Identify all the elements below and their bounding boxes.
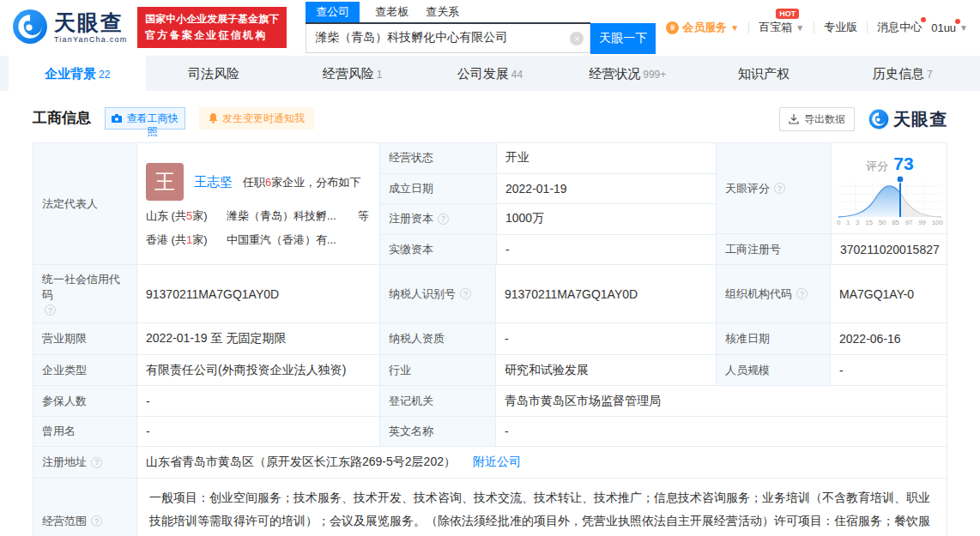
insured-count-label: 参保人数 [33,386,136,416]
distribution-row: 山东 (共5家) 潍柴（青岛）科技孵... 等 [146,208,371,224]
business-info-table: 法定代表人 王 王志坚 任职6家企业，分布如下 山东 (共5家) 潍柴（青岛）科… [33,142,947,536]
business-scope-label: 经营范围? [33,479,136,536]
paid-in-capital-label: 实缴资本 [380,235,496,265]
tab-count: 999+ [643,69,666,81]
table-row: 曾用名 - 英文名称 - [33,417,947,447]
distribution-row: 香港 (共1家) 中国重汽（香港）有... [146,232,371,248]
help-icon[interactable]: ? [460,288,471,299]
help-icon[interactable]: ? [774,183,785,194]
bell-icon [209,113,218,123]
tab-operating-status[interactable]: 经营状况999+ [559,56,696,91]
help-icon[interactable]: ? [91,515,102,527]
search-area: 查公司 查老板 查关系 × 天眼一下 [305,2,656,54]
search-button[interactable]: 天眼一下 [590,23,656,54]
help-icon[interactable]: ? [91,457,102,468]
status-label: 经营状态 [380,143,496,173]
clear-search-icon[interactable]: × [570,32,584,45]
tab-business-background[interactable]: 企业背景22 [9,56,146,91]
snapshot-button-label: 查看工商快照 [126,112,178,138]
message-center-menu[interactable]: 消息中心 [877,20,922,35]
tab-judicial-risk[interactable]: 司法风险 [146,56,283,91]
username-label: 01uu [931,21,956,34]
chevron-down-icon: ▼ [959,23,968,33]
nearby-companies-link[interactable]: 附近公司 [473,455,521,470]
paid-in-capital-value: - [496,235,716,265]
registry-authority-value: 青岛市黄岛区市场监督管理局 [495,386,947,416]
search-tab-relation[interactable]: 查关系 [424,2,461,22]
staff-size-value: - [830,355,948,385]
distribution-more: 等 [358,208,371,224]
camera-icon [112,114,122,123]
registration-number-label: 工商注册号 [717,234,831,264]
table-row: 营业期限 2022-01-19 至 无固定期限 纳税人资质 - 核准日期 202… [33,323,947,355]
insured-count-value: - [136,386,379,416]
company-profile-tabbar: 企业背景22 司法风险 经营风险1 公司发展44 经营状况999+ 知识产权 历… [0,56,980,91]
badge-line1: 国家中小企业发展子基金旗下 [145,11,279,27]
table-row: 法定代表人 王 王志坚 任职6家企业，分布如下 山东 (共5家) 潍柴（青岛）科… [33,143,947,265]
taxpayer-quality-value: - [495,323,716,354]
business-scope-value: 一般项目：创业空间服务；技术服务、技术开发、技术咨询、技术交流、技术转让、技术推… [136,479,947,536]
avatar[interactable]: 王 [146,163,184,201]
menu-divider [814,21,814,33]
established-date-value: 2022-01-19 [496,174,716,204]
table-row: 参保人数 - 登记机关 青岛市黄岛区市场监督管理局 [33,386,947,417]
tianyan-score-cell[interactable]: 评分73 [831,143,948,233]
section-title: 工商信息 [33,107,91,129]
search-tab-boss[interactable]: 查老板 [373,2,410,22]
distribution-more [369,232,371,248]
established-date-label: 成立日期 [380,174,496,204]
legal-rep-cell: 王 王志坚 任职6家企业，分布如下 山东 (共5家) 潍柴（青岛）科技孵... … [136,143,379,264]
registered-capital-value: 1000万 [496,204,716,234]
tab-intellectual-property[interactable]: 知识产权 [696,56,833,91]
search-tabs: 查公司 查老板 查关系 [305,2,590,24]
english-name-label: 英文名称 [379,417,495,446]
export-button-label: 导出数据 [804,112,845,127]
tianyancha-eye-icon [868,109,889,129]
chevron-down-icon: ▼ [795,23,804,33]
distribution-company[interactable]: 潍柴（青岛）科技孵... [227,208,336,224]
search-input[interactable] [305,24,590,53]
notification-dot [921,17,926,22]
toolbox-menu[interactable]: HOT 百宝箱 ▼ [759,20,804,35]
help-icon[interactable]: ? [438,214,449,225]
tab-company-development[interactable]: 公司发展44 [421,56,559,91]
org-code-value: MA7GQ1AY-0 [830,265,948,322]
staff-size-label: 人员规模 [716,355,830,385]
notification-dot [955,19,960,24]
approval-date-label: 核准日期 [716,323,830,354]
help-icon[interactable]: ? [45,304,56,316]
tab-count: 44 [511,69,523,81]
message-center-label: 消息中心 [877,20,922,35]
tab-operation-risk[interactable]: 经营风险1 [284,56,421,91]
export-data-button[interactable]: 导出数据 [779,107,855,131]
vip-services-menu[interactable]: ♛ 会员服务 ▼ [666,20,739,35]
distribution-company[interactable]: 中国重汽（香港）有... [227,232,336,248]
english-name-value: - [495,417,947,446]
pro-version-label: 专业版 [824,20,857,35]
registered-address-cell: 山东省青岛市黄岛区（原开发区长江东路269-5号2层202） 附近公司 [136,447,947,478]
tab-history-info[interactable]: 历史信息7 [834,56,971,91]
tianyancha-watermark: 天眼查 [868,108,947,131]
taxpayer-quality-label: 纳税人资质 [379,323,495,354]
user-account-menu[interactable]: 01uu ▼ [931,21,968,34]
registration-number-value: 370211020015827 [831,234,948,264]
help-icon[interactable]: ? [796,288,808,299]
hot-badge: HOT [776,9,799,19]
notify-on-change-button[interactable]: 发生变更时通知我 [199,107,314,129]
approval-date-value: 2022-06-16 [830,323,948,354]
search-tab-company[interactable]: 查公司 [305,2,360,22]
download-icon [789,114,799,124]
org-code-label: 组织机构代码? [716,265,830,322]
status-value: 开业 [496,143,716,173]
view-business-snapshot-button[interactable]: 查看工商快照 [105,107,185,129]
chevron-down-icon: ▼ [730,23,739,33]
former-name-value: - [136,417,379,446]
table-row: 统一社会信用代码? 91370211MA7GQ1AY0D 纳税人识别号? 913… [33,265,947,323]
credit-code-value: 91370211MA7GQ1AY0D [136,265,379,322]
registered-address-label: 注册地址? [33,447,136,478]
menu-divider [867,21,868,33]
tianyancha-logo[interactable]: 天眼查 TianYanCha.com [12,9,127,47]
toolbox-label: 百宝箱 [759,20,792,35]
pro-version-menu[interactable]: 专业版 [824,20,857,35]
legal-rep-name-link[interactable]: 王志坚 [194,174,233,189]
